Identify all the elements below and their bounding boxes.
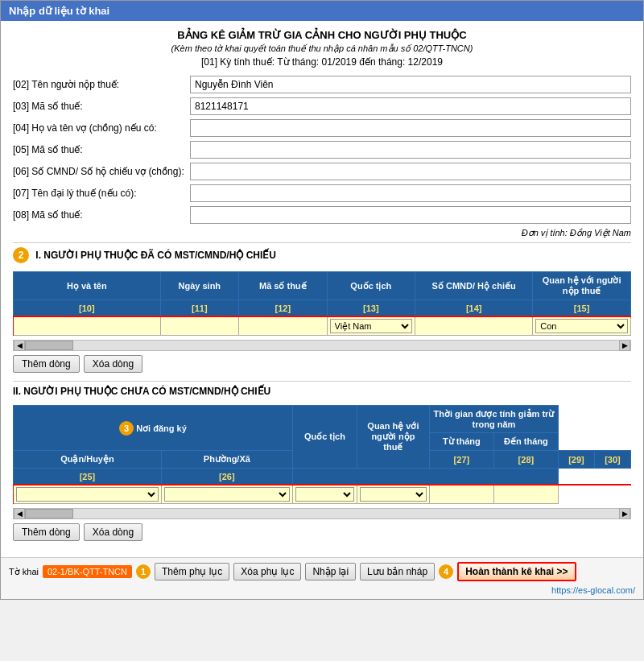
cell-quoc-tich: Việt Nam	[327, 317, 415, 336]
section1-data-row: Việt Nam Con	[14, 317, 631, 336]
label-06: [06] Số CMND/ Số hộ chiếu vợ (chồng):	[13, 166, 190, 177]
scroll-track-1	[25, 341, 619, 350]
label-03: [03] Mã số thuế:	[13, 101, 190, 112]
input-08[interactable]	[190, 206, 631, 224]
section1-badge: 2	[13, 247, 29, 263]
section1-scrollbar[interactable]: ◀ ▶	[13, 340, 631, 351]
section1-table-container: Họ và tên Ngày sinh Mã số thuế Quốc tịch	[13, 271, 631, 336]
select-s2-quoc-tich[interactable]	[295, 487, 354, 502]
select-quoc-tich[interactable]: Việt Nam	[330, 319, 413, 333]
cell-ngay-sinh	[160, 317, 238, 336]
section1-table: Họ và tên Ngày sinh Mã số thuế Quốc tịch	[13, 271, 631, 336]
footer-bar: Tờ khai 02-1/BK-QTT-TNCN 1 Thêm phụ lục …	[1, 557, 643, 599]
code-s2-25: [25]	[14, 469, 162, 485]
form-row-04: [04] Họ và tên vợ (chồng) nếu có:	[13, 119, 631, 137]
select-quan-huyen[interactable]	[16, 487, 159, 502]
main-window: Nhập dữ liệu tờ khai BẢNG KÊ GIẢM TRỪ GI…	[0, 0, 644, 600]
input-ngay-sinh[interactable]	[163, 320, 236, 332]
cell-quan-he: Con	[533, 317, 631, 336]
cell-quan-huyen	[14, 485, 162, 504]
input-tu-thang[interactable]	[432, 489, 491, 500]
cell-mst	[239, 317, 328, 336]
section1-header-row: Họ và tên Ngày sinh Mã số thuế Quốc tịch	[14, 272, 631, 300]
scroll-left-btn-2[interactable]: ◀	[14, 508, 25, 519]
th-ma-so-thue: Mã số thuế	[239, 272, 328, 300]
code-s2-28: [28]	[493, 451, 558, 469]
luu-ban-nhap-btn[interactable]: Lưu bản nháp	[360, 563, 435, 580]
form-row-02: [02] Tên người nộp thuế:	[13, 76, 631, 93]
th-s2-quoc-tich: Quốc tịch	[292, 406, 357, 469]
section2-scrollbar[interactable]: ◀ ▶	[13, 508, 631, 519]
section2-table-container: 3 Nơi đăng ký Quốc tịch Quan hệ với ngườ…	[13, 405, 631, 504]
xoa-dong-btn-1[interactable]: Xóa dòng	[84, 355, 142, 373]
footer-badge-1: 1	[136, 564, 151, 579]
code-12: [12]	[239, 300, 328, 317]
cell-s2-quoc-tich	[292, 485, 357, 504]
main-title: BẢNG KÊ GIẢM TRỪ GIA CẢNH CHO NGƯỜI PHỤ …	[13, 29, 631, 41]
section2-code-row: [25] [26]	[14, 469, 631, 485]
input-04[interactable]	[190, 119, 631, 137]
input-07[interactable]	[190, 184, 631, 202]
th-phuong-xa: Phường/Xã	[161, 451, 292, 469]
hoan-thanh-btn[interactable]: Hoàn thành kê khai >>	[457, 562, 576, 581]
label-07: [07] Tên đại lý thuế (nếu có):	[13, 188, 190, 199]
content-area: BẢNG KÊ GIẢM TRỪ GIA CẢNH CHO NGƯỜI PHỤ …	[1, 21, 643, 557]
cell-ho-ten	[14, 317, 161, 336]
section1-btn-row: Thêm dòng Xóa dòng	[13, 355, 631, 373]
input-mst[interactable]	[242, 320, 324, 332]
code-10: [10]	[14, 300, 161, 317]
cell-phuong-xa	[161, 485, 292, 504]
xoa-dong-btn-2[interactable]: Xóa dòng	[84, 523, 142, 541]
section1-title: 2 I. NGƯỜI PHỤ THUỘC ĐÃ CÓ MST/CMND/HỘ C…	[13, 242, 631, 267]
code-s2-26: [26]	[161, 469, 292, 485]
select-phuong-xa[interactable]	[164, 487, 290, 502]
label-04: [04] Họ và tên vợ (chồng) nếu có:	[13, 122, 190, 134]
select-s2-quan-he[interactable]	[360, 487, 427, 502]
input-02[interactable]	[190, 76, 631, 93]
code-s2-29: [29]	[558, 451, 594, 469]
input-06[interactable]	[190, 163, 631, 180]
period-value: Từ tháng: 01/2019 đến tháng: 12/2019	[277, 56, 443, 68]
them-dong-btn-1[interactable]: Thêm dòng	[13, 355, 80, 373]
to-khai-value: 02-1/BK-QTT-TNCN	[43, 565, 132, 578]
input-03[interactable]	[190, 97, 631, 115]
scroll-right-btn-2[interactable]: ▶	[619, 508, 630, 519]
them-phu-luc-btn[interactable]: Thêm phụ lục	[155, 563, 229, 580]
period-label: [01] Kỳ tính thuế:	[201, 56, 275, 68]
form-row-03: [03] Mã số thuế:	[13, 97, 631, 115]
input-05[interactable]	[190, 141, 631, 159]
th-quan-huyen: Quận/Huyện	[14, 451, 162, 469]
scroll-track-2	[25, 509, 619, 518]
form-row-08: [08] Mã số thuế:	[13, 206, 631, 224]
th-ho-ten: Họ và tên	[14, 272, 161, 300]
cell-s2-quan-he	[357, 485, 429, 504]
code-11: [11]	[160, 300, 238, 317]
th-den-thang: Đến tháng	[493, 433, 558, 451]
scroll-left-btn-1[interactable]: ◀	[14, 340, 25, 351]
sub-title: (Kèm theo tờ khai quyết toán thuế thu nh…	[13, 43, 631, 54]
th-cmnd: Số CMND/ Hộ chiếu	[415, 272, 533, 300]
input-den-thang[interactable]	[497, 489, 555, 500]
section2-data-row	[14, 485, 631, 504]
section2-table: 3 Nơi đăng ký Quốc tịch Quan hệ với ngườ…	[13, 405, 631, 504]
cell-cmnd	[415, 317, 533, 336]
section2-btn-row: Thêm dòng Xóa dòng	[13, 523, 631, 541]
nhap-lai-btn[interactable]: Nhập lại	[305, 563, 356, 580]
label-08: [08] Mã số thuế:	[13, 209, 190, 221]
input-ho-ten[interactable]	[16, 320, 158, 332]
cell-tu-thang	[429, 485, 493, 504]
code-13: [13]	[327, 300, 415, 317]
section2-title: II. NGƯỜI PHỤ THUỘC CHƯA CÓ MST/CMND/HỘ …	[13, 381, 631, 401]
section1-code-row: [10] [11] [12] [13] [14] [15]	[14, 300, 631, 317]
th-ngay-sinh: Ngày sinh	[160, 272, 238, 300]
section2-header-row1: 3 Nơi đăng ký Quốc tịch Quan hệ với ngườ…	[14, 406, 631, 433]
th-thoi-gian: Thời gian được tính giảm trừ trong năm	[429, 406, 558, 433]
footer-website: https://es-glocal.com/	[551, 585, 635, 595]
scroll-thumb-2[interactable]	[25, 509, 73, 518]
select-quan-he[interactable]: Con	[535, 319, 628, 333]
scroll-thumb-1[interactable]	[25, 341, 73, 350]
input-cmnd[interactable]	[418, 320, 530, 332]
them-dong-btn-2[interactable]: Thêm dòng	[13, 523, 80, 541]
scroll-right-btn-1[interactable]: ▶	[619, 340, 630, 351]
xoa-phu-luc-btn[interactable]: Xóa phụ lục	[233, 563, 301, 580]
